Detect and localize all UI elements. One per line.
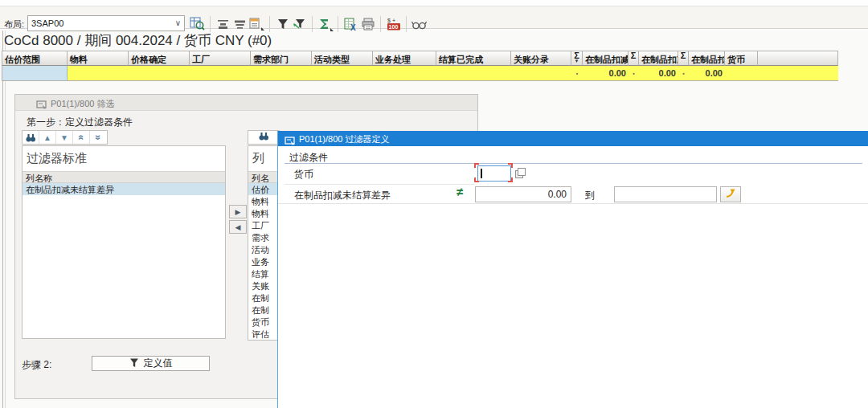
report-title: CoCd 8000 / 期间 004.2024 / 货币 CNY (#0)	[4, 31, 272, 50]
filter-select-dialog-title: P01(1)/800 筛选	[51, 98, 114, 110]
detail-view-icon[interactable]	[248, 15, 265, 33]
total-cell-7[interactable]	[436, 66, 511, 81]
filter-criteria-list: 过滤器标准 列名称 在制品扣减未结算差异	[22, 145, 226, 339]
sort-descending-icon[interactable]	[231, 15, 248, 33]
focus-corner	[508, 177, 513, 182]
column-header-9[interactable]: Σ▼	[571, 51, 583, 66]
currency-row-label: 货币	[294, 168, 313, 182]
column-header-4[interactable]: 需求部门	[251, 51, 312, 66]
svg-text:$: $	[387, 18, 391, 23]
not-equal-icon[interactable]: ≠	[457, 185, 463, 198]
screen-left-border-inner	[5, 31, 6, 408]
to-label: 到	[585, 189, 595, 202]
sum-icon[interactable]	[317, 15, 334, 33]
range-to-input[interactable]	[614, 186, 717, 202]
alv-grid-total-row: ▪0.00▪0.00▪0.00	[2, 66, 838, 81]
column-header-12[interactable]: 在制品扣减	[639, 51, 678, 66]
column-header-15[interactable]: 货币	[725, 51, 758, 66]
triangle-left-icon: ◀	[235, 223, 241, 231]
toolbar-separator	[312, 16, 313, 32]
toolbar-separator	[406, 16, 407, 32]
currency-input[interactable]	[477, 165, 511, 182]
remove-column-button[interactable]: ◀	[229, 220, 247, 234]
total-cell-3[interactable]	[190, 66, 251, 81]
remove-filter-icon[interactable]	[291, 15, 308, 33]
step1-label: 第一步：定义过滤器条件	[27, 116, 133, 129]
column-header-1[interactable]: 物料	[68, 51, 129, 66]
svg-text:+: +	[392, 17, 395, 22]
find-icon[interactable]	[23, 131, 39, 144]
filter-criteria-items: 在制品扣减未结算差异	[23, 183, 225, 195]
criteria-list-toolbar: ▲ ▼ « »	[22, 130, 108, 145]
total-cell-11[interactable]: ▪	[628, 66, 639, 81]
column-header-0[interactable]: 估价范围	[2, 51, 68, 66]
row-divider	[278, 203, 868, 204]
total-cell-15[interactable]	[725, 66, 758, 81]
value-help-icon[interactable]	[515, 168, 525, 177]
sort-ascending-icon[interactable]	[215, 15, 231, 33]
column-header-7[interactable]: 结算已完成	[436, 51, 511, 66]
svg-text:X: X	[350, 23, 356, 31]
top-strip	[0, 0, 868, 6]
choose-layout-icon[interactable]	[189, 15, 206, 33]
total-cell-13[interactable]: ▪	[678, 66, 689, 81]
currency-row-underline	[285, 184, 475, 185]
toolbar-separator	[380, 16, 381, 32]
column-header-16[interactable]	[758, 51, 838, 66]
total-cell-5[interactable]	[312, 66, 373, 81]
column-header-5[interactable]: 活动类型	[312, 51, 373, 66]
total-cell-10[interactable]: 0.00	[583, 66, 628, 81]
column-header-14[interactable]: 在制品扣减	[689, 51, 725, 66]
total-cell-1[interactable]	[68, 66, 129, 81]
print-icon[interactable]	[359, 15, 376, 33]
toolbar-separator	[210, 16, 211, 32]
column-header-13[interactable]: Σ	[678, 51, 689, 66]
total-cell-8[interactable]	[511, 66, 571, 81]
filter-definition-dialog: P01(1)/800 过滤器定义 过滤条件 货币 在制品扣减未结算差异 ≠ 0.…	[277, 131, 868, 408]
total-cell-2[interactable]	[129, 66, 190, 81]
selected-cell[interactable]	[2, 66, 68, 81]
filter-select-dialog-titlebar[interactable]: P01(1)/800 筛选	[15, 95, 477, 111]
filter-criteria-list-header: 列名称	[23, 171, 225, 183]
column-header-6[interactable]: 业务处理	[373, 51, 436, 66]
move-top-icon[interactable]: «	[73, 131, 90, 144]
move-bottom-icon[interactable]: »	[90, 131, 107, 144]
total-cell-14[interactable]: 0.00	[689, 66, 725, 81]
export-icon[interactable]: X	[342, 15, 359, 33]
column-header-2[interactable]: 价格确定	[129, 51, 190, 66]
chevron-down-icon[interactable]: ∨	[175, 18, 181, 27]
dialog-icon	[285, 134, 295, 149]
add-column-button[interactable]: ▶	[229, 205, 247, 218]
column-header-3[interactable]: 工厂	[190, 51, 251, 66]
total-cell-4[interactable]	[251, 66, 312, 81]
views-icon[interactable]	[411, 15, 428, 33]
list-item[interactable]: 在制品扣减未结算差异	[23, 183, 225, 195]
svg-text:100: 100	[388, 24, 398, 30]
find-icon[interactable]	[258, 130, 269, 145]
total-cell-6[interactable]	[373, 66, 436, 81]
range-from-input[interactable]: 0.00	[475, 186, 571, 202]
filter-definition-dialog-titlebar[interactable]: P01(1)/800 过滤器定义	[278, 131, 868, 146]
layout-combobox-value: 3SAP00	[31, 18, 63, 28]
total-cell-9[interactable]: ▪	[571, 66, 583, 81]
screen-left-border	[2, 31, 3, 408]
filter-definition-dialog-title: P01(1)/800 过滤器定义	[299, 133, 389, 145]
column-header-8[interactable]: 关账分录	[511, 51, 571, 66]
total-cell-16[interactable]	[758, 66, 838, 81]
layout-combobox[interactable]: 3SAP00 ∨	[27, 15, 185, 31]
multiple-selection-button[interactable]	[720, 186, 741, 202]
top-toolbar: 布局: 3SAP00 ∨ X$+100	[0, 6, 868, 29]
focus-corner	[508, 163, 513, 168]
text-caret	[481, 169, 482, 178]
sort-indicator-icon: ▼	[571, 59, 582, 63]
column-header-10[interactable]: 在制品扣减	[583, 51, 628, 66]
filter-icon[interactable]	[274, 15, 291, 33]
step2-label: 步骤 2:	[22, 358, 51, 372]
move-up-icon[interactable]: ▲	[39, 131, 56, 144]
currency-display-icon[interactable]: $+100	[385, 15, 402, 33]
column-header-11[interactable]: Σ	[628, 51, 639, 66]
move-down-icon[interactable]: ▼	[56, 131, 73, 144]
dialog-icon	[36, 98, 47, 112]
define-values-button[interactable]: 定义值	[92, 356, 210, 371]
total-cell-12[interactable]: 0.00	[639, 66, 678, 81]
